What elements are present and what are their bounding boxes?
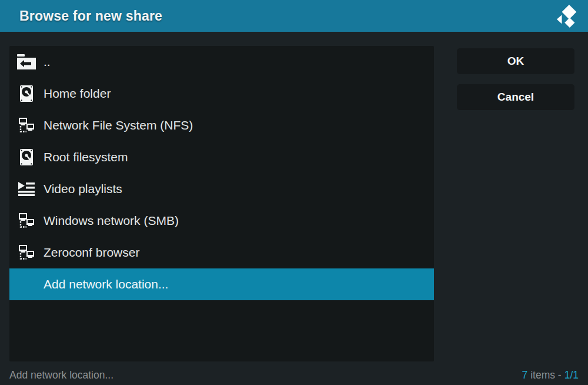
- network-icon: [15, 241, 38, 264]
- list-item-label: Zeroconf browser: [44, 245, 139, 260]
- harddisk-icon: [15, 146, 38, 168]
- dialog-header: Browse for new share: [0, 0, 588, 32]
- kodi-logo-icon: [554, 4, 582, 29]
- cancel-button[interactable]: Cancel: [457, 84, 574, 110]
- ok-button[interactable]: OK: [457, 48, 574, 74]
- list-item-label: Windows network (SMB): [44, 214, 179, 228]
- list-item-nfs[interactable]: Network File System (NFS): [9, 109, 434, 141]
- list-item-label: Root filesystem: [44, 150, 128, 164]
- list-item-zeroconf[interactable]: Zeroconf browser: [9, 237, 434, 268]
- statusbar-count-value: 7: [522, 369, 527, 381]
- list-item-smb[interactable]: Windows network (SMB): [9, 205, 434, 237]
- list-item-label: Add network location...: [44, 277, 168, 291]
- playlist-icon: [15, 178, 38, 200]
- list-item-add-network-location[interactable]: Add network location...: [9, 268, 434, 300]
- list-item-label: Home folder: [44, 87, 111, 101]
- folder-back-icon: [15, 51, 38, 73]
- statusbar-selected-item: Add network location...: [9, 369, 113, 381]
- list-item-label: Network File System (NFS): [44, 118, 193, 132]
- list-item-home-folder[interactable]: Home folder: [9, 78, 434, 109]
- list-item-parent-dir[interactable]: ..: [9, 46, 434, 78]
- statusbar-page-indicator: 1/1: [564, 369, 579, 381]
- file-list: .. Home folder: [9, 46, 434, 361]
- statusbar-item-count: 7 items - 1/1: [522, 369, 579, 381]
- list-item-video-playlists[interactable]: Video playlists: [9, 173, 434, 205]
- dialog-title: Browse for new share: [19, 8, 162, 24]
- network-icon: [15, 114, 38, 137]
- list-item-label: ..: [44, 55, 51, 69]
- network-icon: [15, 210, 38, 232]
- harddisk-icon: [15, 82, 38, 105]
- list-item-root-filesystem[interactable]: Root filesystem: [9, 141, 434, 173]
- list-item-label: Video playlists: [44, 182, 122, 196]
- statusbar-count-text: items -: [530, 369, 562, 381]
